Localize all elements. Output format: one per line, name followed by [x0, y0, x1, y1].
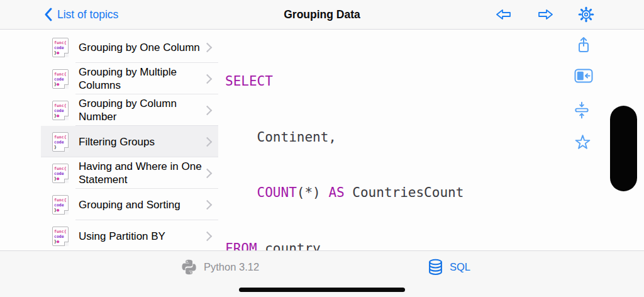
pink-dot: ● [57, 113, 59, 118]
home-indicator[interactable] [239, 288, 405, 292]
icon-text-line: code [54, 108, 68, 113]
icon-text-line: func{ [54, 198, 68, 203]
icon-text-line: code [54, 171, 68, 176]
bottom-bar: Python 3.12 SQL [0, 250, 644, 297]
code-file-icon: func{ code }● [52, 164, 69, 183]
code-file-icon: func{ code } [52, 132, 69, 152]
icon-text-line: }● [54, 113, 68, 118]
hide-panel-button[interactable] [574, 69, 593, 86]
icon-text-line: code [54, 77, 68, 82]
content-area: func{ code }● Grouping by One Column fun… [0, 30, 644, 251]
navbar: List of topics Grouping Data [0, 0, 644, 30]
icon-text-line: } [54, 145, 68, 150]
sidebar-item-filtering-groups[interactable]: func{ code } Filtering Groups [41, 126, 218, 157]
icon-text-line: func{ [54, 229, 68, 234]
code-file-icon: func{ code }● [52, 227, 69, 246]
chevron-right-icon [203, 168, 213, 178]
sidebar-item-grouping-by-one-column[interactable]: func{ code }● Grouping by One Column [41, 31, 218, 63]
hide-panel-icon [574, 69, 593, 83]
tab-sql[interactable]: SQL [428, 257, 470, 277]
sidebar-item-having-and-where[interactable]: func{ code }● Having and Where in One St… [41, 157, 218, 189]
pink-dot: ● [57, 82, 59, 87]
pink-dot: ● [57, 176, 59, 181]
topic-list: func{ code }● Grouping by One Column fun… [0, 30, 218, 251]
code-file-icon: func{ code }● [52, 195, 69, 215]
navbar-actions [494, 0, 595, 29]
pink-dot: ● [57, 208, 59, 213]
history-back-button[interactable] [494, 7, 513, 22]
arrow-left-outline-icon [494, 7, 513, 22]
sidebar-item-grouping-by-column-number[interactable]: func{ code }● Grouping by Column Number [41, 94, 218, 126]
sidebar-item-label: Grouping and Sorting [79, 198, 202, 211]
share-icon [574, 36, 593, 55]
icon-text-line: code [54, 140, 68, 145]
icon-text-line: }● [54, 239, 68, 244]
python-label: Python 3.12 [204, 261, 259, 273]
favorite-button[interactable] [574, 134, 591, 153]
icon-text-line: code [54, 45, 68, 50]
sidebar-item-label: Having and Where in One Statement [79, 160, 202, 186]
history-forward-button[interactable] [536, 7, 555, 22]
chevron-right-icon [203, 105, 213, 115]
icon-text-line: }● [54, 82, 68, 87]
star-icon [574, 134, 591, 150]
gear-icon [577, 6, 595, 23]
pink-dot: ● [57, 50, 59, 55]
icon-text-line: code [54, 203, 68, 208]
sidebar-item-label: Grouping by One Column [79, 41, 202, 54]
sql-label: SQL [450, 261, 470, 273]
code-file-icon: func{ code }● [52, 101, 69, 120]
icon-text-line: func{ [54, 40, 68, 45]
icon-text-line: func{ [54, 72, 68, 77]
icon-text-line: }● [54, 50, 68, 55]
icon-text-line: }● [54, 208, 68, 213]
sidebar-item-label: Using Partition BY [79, 230, 202, 243]
database-icon [428, 259, 443, 276]
icon-text-line: func{ [54, 103, 68, 108]
icon-text-line: code [54, 234, 68, 239]
settings-button[interactable] [577, 6, 595, 23]
code-file-icon: func{ code }● [52, 69, 69, 89]
collapse-button[interactable] [574, 101, 589, 121]
code-line: COUNT(*) AS CountriesCount [225, 184, 644, 203]
sidebar-item-grouping-and-sorting[interactable]: func{ code }● Grouping and Sorting [41, 189, 218, 220]
sidebar-item-label: Filtering Groups [79, 135, 202, 148]
chevron-right-icon [203, 42, 213, 52]
black-pill-overlay [610, 106, 637, 191]
sidebar-item-using-partition-by[interactable]: func{ code }● Using Partition BY [41, 220, 218, 252]
arrow-right-outline-icon [536, 7, 555, 22]
chevron-right-icon [203, 231, 213, 241]
app-window: List of topics Grouping Data [0, 0, 644, 297]
icon-text-line: }● [54, 176, 68, 181]
python-icon [180, 259, 197, 276]
chevron-right-icon [203, 74, 213, 84]
collapse-vertical-icon [574, 101, 589, 119]
icon-text-line: func{ [54, 166, 68, 171]
share-button[interactable] [574, 36, 593, 57]
sidebar-item-label: Grouping by Column Number [79, 97, 202, 123]
chevron-right-icon [203, 199, 213, 210]
tab-python[interactable]: Python 3.12 [180, 257, 259, 277]
pink-dot: ● [57, 239, 59, 244]
sidebar-item-label: Grouping by Multiple Columns [79, 65, 202, 92]
code-file-icon: func{ code }● [52, 38, 69, 57]
sidebar-item-grouping-by-multiple-columns[interactable]: func{ code }● Grouping by Multiple Colum… [41, 63, 218, 94]
chevron-right-icon [203, 137, 213, 147]
icon-text-line: func{ [54, 135, 68, 140]
